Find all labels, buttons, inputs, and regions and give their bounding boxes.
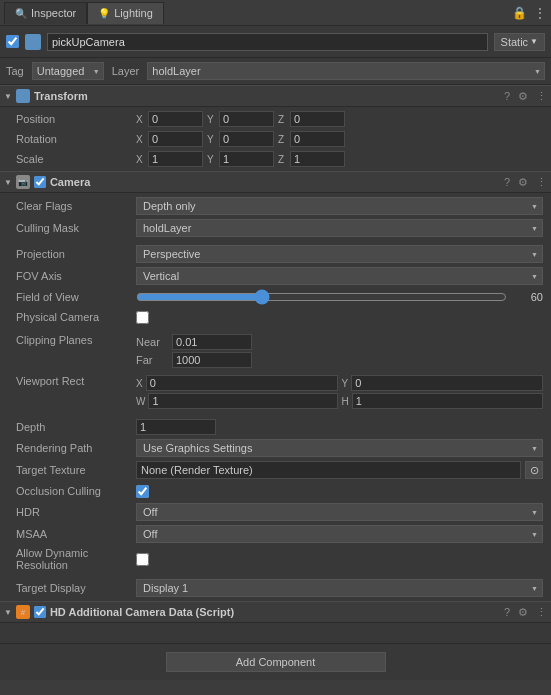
position-row: Position X Y Z (0, 109, 551, 129)
transform-section-header[interactable]: ▼ Transform ? ⚙ ⋮ (0, 85, 551, 107)
hdr-label: HDR (16, 506, 136, 518)
target-texture-label: Target Texture (16, 464, 136, 476)
allow-dynamic-resolution-checkbox[interactable] (136, 553, 149, 566)
hd-camera-help-icon[interactable]: ? (504, 606, 510, 619)
target-texture-row: Target Texture None (Render Texture) ⊙ (0, 459, 551, 481)
far-clip-row: Far (136, 352, 543, 368)
vp-row-2: W H (136, 393, 543, 409)
fov-slider-row: 60 (136, 289, 543, 305)
transform-settings-icon[interactable]: ⚙ (518, 90, 528, 103)
rendering-path-select[interactable]: Use Graphics Settings (136, 439, 543, 457)
vp-h-group: H (342, 393, 544, 409)
allow-dynamic-resolution-row: Allow Dynamic Resolution (0, 545, 551, 573)
fov-axis-select[interactable]: Vertical (136, 267, 543, 285)
camera-settings-icon[interactable]: ⚙ (518, 176, 528, 189)
rotation-x-input[interactable] (148, 131, 203, 147)
depth-label: Depth (16, 421, 136, 433)
rotation-y-input[interactable] (219, 131, 274, 147)
target-texture-pick-button[interactable]: ⊙ (525, 461, 543, 479)
target-display-row: Target Display Display 1 (0, 577, 551, 599)
hdr-row: HDR Off (0, 501, 551, 523)
hd-camera-menu-icon[interactable]: ⋮ (536, 606, 547, 619)
fov-row: Field of View 60 (0, 287, 551, 307)
tag-select-wrap[interactable]: Untagged (32, 62, 104, 80)
position-z-input[interactable] (290, 111, 345, 127)
position-x-input[interactable] (148, 111, 203, 127)
physical-camera-checkbox[interactable] (136, 311, 149, 324)
projection-select[interactable]: Perspective (136, 245, 543, 263)
vp-row-1: X Y (136, 375, 543, 391)
culling-mask-label: Culling Mask (16, 222, 136, 234)
hd-camera-icon: # (16, 605, 30, 619)
tab-inspector[interactable]: 🔍 Inspector (4, 2, 87, 24)
fov-axis-dropdown[interactable]: Vertical (136, 267, 543, 285)
go-icon (25, 34, 41, 50)
culling-mask-dropdown[interactable]: holdLayer (136, 219, 543, 237)
vp-w-input[interactable] (148, 393, 337, 409)
scale-row: Scale X Y Z (0, 149, 551, 169)
tab-lighting[interactable]: 💡 Lighting (87, 2, 164, 24)
target-texture-control: None (Render Texture) ⊙ (136, 461, 543, 479)
allow-dynamic-resolution-label: Allow Dynamic Resolution (16, 547, 136, 571)
static-button[interactable]: Static ▼ (494, 33, 545, 51)
camera-enabled-checkbox[interactable] (34, 176, 46, 188)
inspector-icon: 🔍 (15, 8, 27, 19)
position-value: X Y Z (136, 111, 543, 127)
fov-slider[interactable] (136, 289, 507, 305)
camera-menu-icon[interactable]: ⋮ (536, 176, 547, 189)
vp-x-input[interactable] (146, 375, 338, 391)
hd-camera-arrow-icon: ▼ (4, 608, 12, 617)
occlusion-culling-checkbox[interactable] (136, 485, 149, 498)
hd-camera-properties (0, 623, 551, 643)
tag-label: Tag (6, 65, 24, 77)
rotation-z-input[interactable] (290, 131, 345, 147)
gameobject-header: Static ▼ (0, 26, 551, 58)
transform-help-icon[interactable]: ? (504, 90, 510, 103)
hdr-dropdown[interactable]: Off (136, 503, 543, 521)
rendering-path-dropdown[interactable]: Use Graphics Settings (136, 439, 543, 457)
camera-component-icon: 📷 (16, 175, 30, 189)
hd-camera-enabled-checkbox[interactable] (34, 606, 46, 618)
depth-input[interactable] (136, 419, 216, 435)
vp-y-input[interactable] (351, 375, 543, 391)
hd-camera-settings-icon[interactable]: ⚙ (518, 606, 528, 619)
go-enabled-checkbox[interactable] (6, 35, 19, 48)
clear-flags-dropdown[interactable]: Depth only (136, 197, 543, 215)
scale-z-input[interactable] (290, 151, 345, 167)
far-label: Far (136, 354, 166, 366)
transform-title: Transform (34, 90, 504, 102)
far-input[interactable] (172, 352, 252, 368)
camera-help-icon[interactable]: ? (504, 176, 510, 189)
hdr-select[interactable]: Off (136, 503, 543, 521)
projection-dropdown[interactable]: Perspective (136, 245, 543, 263)
vp-w-label: W (136, 396, 145, 407)
scale-x-input[interactable] (148, 151, 203, 167)
rotation-row: Rotation X Y Z (0, 129, 551, 149)
target-display-dropdown[interactable]: Display 1 (136, 579, 543, 597)
target-display-select[interactable]: Display 1 (136, 579, 543, 597)
clear-flags-select[interactable]: Depth only (136, 197, 543, 215)
tag-select[interactable]: Untagged (32, 62, 104, 80)
add-component-button[interactable]: Add Component (166, 652, 386, 672)
culling-mask-select[interactable]: holdLayer (136, 219, 543, 237)
physical-camera-label: Physical Camera (16, 311, 136, 323)
target-display-label: Target Display (16, 582, 136, 594)
transform-menu-icon[interactable]: ⋮ (536, 90, 547, 103)
near-label: Near (136, 336, 166, 348)
scale-y-input[interactable] (219, 151, 274, 167)
position-y-input[interactable] (219, 111, 274, 127)
vp-y-label: Y (342, 378, 349, 389)
go-name-input[interactable] (47, 33, 488, 51)
fov-axis-row: FOV Axis Vertical (0, 265, 551, 287)
more-icon[interactable]: ⋮ (533, 5, 547, 21)
vp-h-input[interactable] (352, 393, 543, 409)
hd-camera-section-header[interactable]: ▼ # HD Additional Camera Data (Script) ?… (0, 601, 551, 623)
near-input[interactable] (172, 334, 252, 350)
msaa-select[interactable]: Off (136, 525, 543, 543)
lock-icon[interactable]: 🔒 (512, 6, 527, 20)
layer-select[interactable]: holdLayer (147, 62, 545, 80)
layer-select-wrap[interactable]: holdLayer (147, 62, 545, 80)
msaa-dropdown[interactable]: Off (136, 525, 543, 543)
scale-label: Scale (16, 153, 136, 165)
camera-section-header[interactable]: ▼ 📷 Camera ? ⚙ ⋮ (0, 171, 551, 193)
